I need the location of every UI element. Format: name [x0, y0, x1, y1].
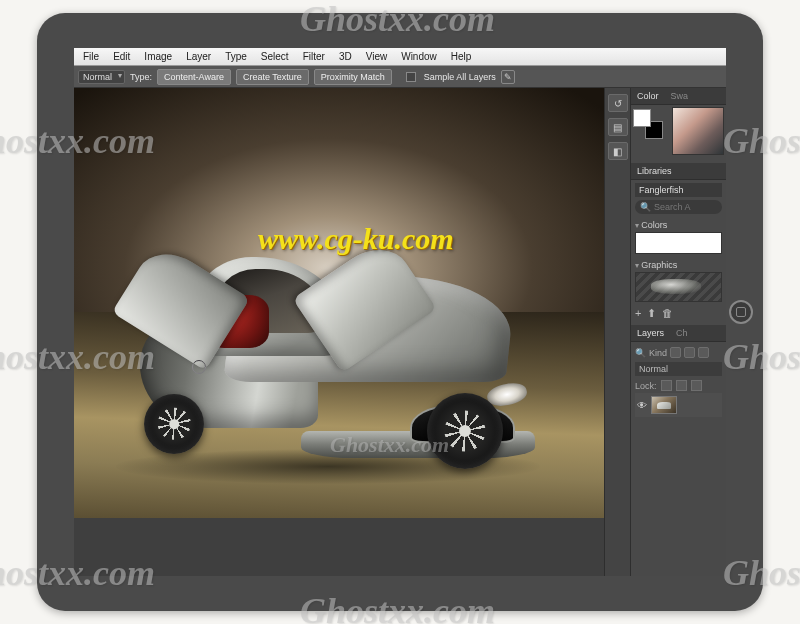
library-color-swatch[interactable]: [635, 232, 722, 254]
menu-filter[interactable]: Filter: [296, 48, 332, 66]
filter-search-icon[interactable]: 🔍: [635, 348, 646, 358]
add-icon[interactable]: +: [635, 307, 641, 320]
layer-thumbnail[interactable]: [651, 396, 677, 414]
car-wheel-rear: [144, 394, 204, 454]
color-panel: [631, 105, 726, 163]
menu-type[interactable]: Type: [218, 48, 254, 66]
type-label: Type:: [130, 72, 152, 82]
collapsed-panel-strip: ↺ ▤ ◧: [604, 88, 630, 576]
library-search[interactable]: 🔍: [635, 200, 722, 214]
lock-row: Lock:: [635, 378, 722, 393]
libraries-panel-tabs: Libraries: [631, 163, 726, 180]
foreground-color-swatch[interactable]: [633, 109, 651, 127]
lock-pixels-icon[interactable]: [676, 380, 687, 391]
create-texture-button[interactable]: Create Texture: [236, 69, 309, 85]
lock-position-icon[interactable]: [691, 380, 702, 391]
filter-type-icon[interactable]: [698, 347, 709, 358]
tab-libraries[interactable]: Libraries: [631, 163, 678, 179]
library-search-input[interactable]: [654, 202, 726, 212]
menu-window[interactable]: Window: [394, 48, 444, 66]
libraries-panel: Fanglerfish 🔍 Colors Graphics + ⬆ 🗑: [631, 180, 726, 325]
menu-select[interactable]: Select: [254, 48, 296, 66]
menu-image[interactable]: Image: [137, 48, 179, 66]
upload-icon[interactable]: ⬆: [647, 307, 656, 320]
document-canvas[interactable]: [74, 88, 604, 518]
menu-3d[interactable]: 3D: [332, 48, 359, 66]
tab-color[interactable]: Color: [631, 88, 665, 104]
section-colors[interactable]: Colors: [635, 218, 722, 232]
menu-layer[interactable]: Layer: [179, 48, 218, 66]
fg-bg-colors[interactable]: [633, 109, 663, 139]
tab-channels[interactable]: Ch: [670, 325, 694, 341]
library-name-select[interactable]: Fanglerfish: [635, 183, 722, 197]
mode-select[interactable]: Normal: [78, 70, 125, 84]
heal-brush-cursor: [192, 360, 206, 374]
section-graphics[interactable]: Graphics: [635, 258, 722, 272]
filter-adjust-icon[interactable]: [684, 347, 695, 358]
menu-help[interactable]: Help: [444, 48, 479, 66]
car-wheel-front: [427, 393, 503, 469]
layers-panel: 🔍 Kind Normal Lock:: [631, 342, 726, 420]
properties-icon[interactable]: ▤: [608, 118, 628, 136]
pressure-icon[interactable]: [501, 70, 515, 84]
content-aware-button[interactable]: Content-Aware: [157, 69, 231, 85]
layer-visibility-icon[interactable]: 👁: [637, 400, 647, 411]
options-bar: Normal Type: Content-Aware Create Textur…: [74, 66, 726, 88]
photoshop-app: File Edit Image Layer Type Select Filter…: [74, 48, 726, 576]
blend-mode-select[interactable]: Normal: [635, 362, 722, 376]
adjustments-icon[interactable]: ◧: [608, 142, 628, 160]
main-area: ↺ ▤ ◧ Color Swa: [74, 88, 726, 576]
menu-edit[interactable]: Edit: [106, 48, 137, 66]
search-icon: 🔍: [640, 202, 651, 212]
trash-icon[interactable]: 🗑: [662, 307, 673, 320]
proximity-match-button[interactable]: Proximity Match: [314, 69, 392, 85]
menu-view[interactable]: View: [359, 48, 395, 66]
layer-filter-row: 🔍 Kind: [635, 345, 722, 360]
color-panel-tabs: Color Swa: [631, 88, 726, 105]
canvas-area[interactable]: [74, 88, 604, 576]
tab-swatches[interactable]: Swa: [665, 88, 695, 104]
tab-layers[interactable]: Layers: [631, 325, 670, 341]
sample-all-layers-checkbox[interactable]: [406, 72, 416, 82]
layer-row[interactable]: 👁: [635, 393, 722, 417]
library-graphic-item[interactable]: [635, 272, 722, 302]
tablet-frame: File Edit Image Layer Type Select Filter…: [37, 13, 763, 611]
library-footer: + ⬆ 🗑: [635, 305, 722, 322]
history-icon[interactable]: ↺: [608, 94, 628, 112]
layers-panel-tabs: Layers Ch: [631, 325, 726, 342]
filter-pixel-icon[interactable]: [670, 347, 681, 358]
right-panels: Color Swa Libraries Fanglerf: [630, 88, 726, 576]
lock-transparent-icon[interactable]: [661, 380, 672, 391]
color-spectrum[interactable]: [672, 107, 724, 155]
sample-all-layers-label: Sample All Layers: [424, 72, 496, 82]
tablet-screen: File Edit Image Layer Type Select Filter…: [74, 48, 726, 576]
tablet-home-button[interactable]: [729, 300, 753, 324]
lock-label: Lock:: [635, 381, 657, 391]
menubar: File Edit Image Layer Type Select Filter…: [74, 48, 726, 66]
filter-kind-label: Kind: [649, 348, 667, 358]
menu-file[interactable]: File: [76, 48, 106, 66]
